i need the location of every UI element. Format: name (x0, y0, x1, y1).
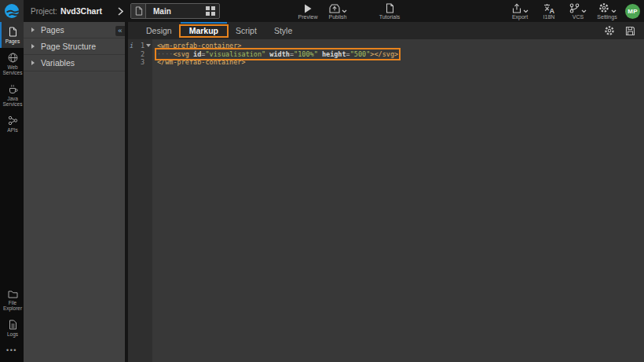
more-ellipsis-icon[interactable]: ••• (0, 340, 24, 362)
tab-style[interactable]: Style (265, 22, 301, 39)
panel-section-label: Pages (41, 25, 64, 35)
line-number: 2 (135, 50, 145, 59)
sidebar-item-logs[interactable]: Logs (0, 315, 24, 341)
code-token: <svg (173, 50, 188, 58)
web-services-globe-icon (8, 53, 18, 63)
editor-toolbar-icons (604, 22, 644, 39)
wavemaker-logo-icon (4, 3, 20, 19)
code-lines: <wm-prefab-container> ····<svg id="visua… (152, 39, 398, 362)
tab-label: Style (274, 26, 292, 35)
tab-script[interactable]: Script (227, 22, 265, 39)
code-token: "500" (350, 50, 371, 58)
info-icon: i (128, 42, 135, 50)
i18n-button[interactable]: A I18N (538, 0, 560, 22)
editor-gutter: i 1 2 3 (128, 39, 152, 362)
code-token: <wm-prefab-container> (157, 42, 241, 49)
tab-markup[interactable]: Markup (181, 22, 227, 39)
i18n-translate-icon: A (543, 3, 554, 13)
code-token: "100%" (294, 50, 318, 58)
file-explorer-folder-icon (8, 290, 18, 298)
export-button[interactable]: Export (509, 0, 531, 22)
vcs-button[interactable]: VCS (567, 0, 589, 22)
sidebar-item-web-services[interactable]: Web Services (0, 48, 24, 79)
caret-right-icon (31, 60, 35, 65)
topbar-center-actions: Preview Publish Tutorials (297, 0, 401, 22)
apis-icon (8, 115, 18, 126)
line-number: 1 (135, 42, 145, 50)
rail-label: Java Services (2, 96, 24, 108)
sidebar-item-java-services[interactable]: Java Services (0, 79, 24, 111)
open-page-tab-main[interactable]: Main (130, 3, 220, 19)
markup-code-editor[interactable]: i 1 2 3 <wm-pref (128, 39, 644, 362)
rail-label: Logs (6, 331, 19, 338)
rail-spacer (0, 136, 24, 285)
chevron-down-icon (523, 9, 529, 13)
page-tab-label: Main (153, 7, 171, 16)
sidebar-item-pages[interactable]: Pages (0, 22, 24, 48)
code-token: "visualisation" (205, 50, 265, 58)
topbar: Project:Nvd3Chart Main Preview (0, 0, 644, 22)
code-token: ></svg> (370, 50, 398, 58)
code-line-3: </wm-prefab-container> (157, 58, 398, 67)
svg-text:A: A (550, 6, 555, 13)
chevron-down-icon (581, 9, 587, 13)
highlighted-code-annotation: ····<svg id="visualisation" width="100%"… (157, 50, 398, 58)
pages-icon (8, 27, 17, 37)
i18n-label: I18N (543, 14, 555, 20)
panel-section-variables[interactable]: Variables (24, 55, 125, 71)
settings-label: Settings (597, 14, 617, 20)
settings-gear-icon (598, 3, 617, 13)
pages-panel: Pages Page Structure Variables « (24, 22, 125, 362)
tutorials-button[interactable]: Tutorials (379, 0, 401, 22)
panel-section-label: Variables (41, 58, 75, 68)
project-name: Nvd3Chart (60, 6, 102, 16)
chevron-down-icon (342, 9, 347, 13)
tab-label: Markup (189, 26, 218, 35)
sidebar-item-file-explorer[interactable]: File Explorer (0, 285, 24, 315)
export-icon (512, 3, 529, 13)
preview-play-icon (304, 3, 312, 13)
breadcrumb-chevron-icon[interactable] (118, 7, 123, 16)
tutorials-book-icon (386, 3, 394, 13)
code-token: width (265, 50, 290, 58)
vcs-branch-icon (569, 3, 587, 13)
vcs-label: VCS (573, 14, 584, 20)
code-token: id (189, 50, 201, 58)
code-token: </wm-prefab-container> (157, 58, 246, 66)
rail-label: Pages (5, 38, 20, 45)
sidebar-item-apis[interactable]: APIs (0, 111, 24, 137)
panel-section-page-structure[interactable]: Page Structure (24, 38, 125, 55)
publish-label: Publish (329, 14, 347, 20)
tab-label: Design (146, 26, 172, 35)
collapse-panel-icon[interactable]: « (115, 26, 125, 36)
code-line-1: <wm-prefab-container> (157, 42, 398, 50)
logs-file-icon (8, 320, 17, 330)
project-breadcrumb: Project:Nvd3Chart (31, 6, 102, 16)
settings-button[interactable]: Settings (596, 0, 618, 22)
app-logo[interactable] (0, 0, 24, 22)
user-avatar[interactable]: MP (625, 4, 640, 19)
export-label: Export (512, 14, 528, 20)
project-label: Project: (31, 7, 57, 16)
caret-right-icon (31, 44, 35, 49)
fold-icon[interactable] (145, 44, 152, 47)
wavemaker-studio-window: Project:Nvd3Chart Main Preview (0, 0, 644, 362)
save-icon[interactable] (625, 26, 635, 36)
tutorials-label: Tutorials (379, 14, 401, 20)
chevron-down-icon (611, 9, 617, 13)
topbar-right-actions: Export A I18N VCS Settings (509, 0, 640, 22)
grid-view-icon[interactable] (206, 6, 215, 16)
editor-settings-gear-icon[interactable] (604, 25, 615, 36)
publish-button[interactable]: Publish (327, 0, 349, 22)
whitespace-dots: ···· (157, 50, 173, 58)
panel-section-pages[interactable]: Pages (24, 22, 125, 38)
editor-area: Design Markup Script Style i 1 (128, 22, 644, 362)
preview-button[interactable]: Preview (297, 0, 319, 22)
rail-label: APIs (6, 127, 19, 133)
tab-design[interactable]: Design (137, 22, 181, 39)
left-icon-rail: Pages Web Services Java Services APIs Fi… (0, 22, 24, 362)
java-services-cup-icon (8, 84, 18, 94)
rail-label: Web Services (2, 64, 24, 76)
tab-label: Script (236, 26, 257, 35)
page-file-icon (131, 4, 146, 18)
